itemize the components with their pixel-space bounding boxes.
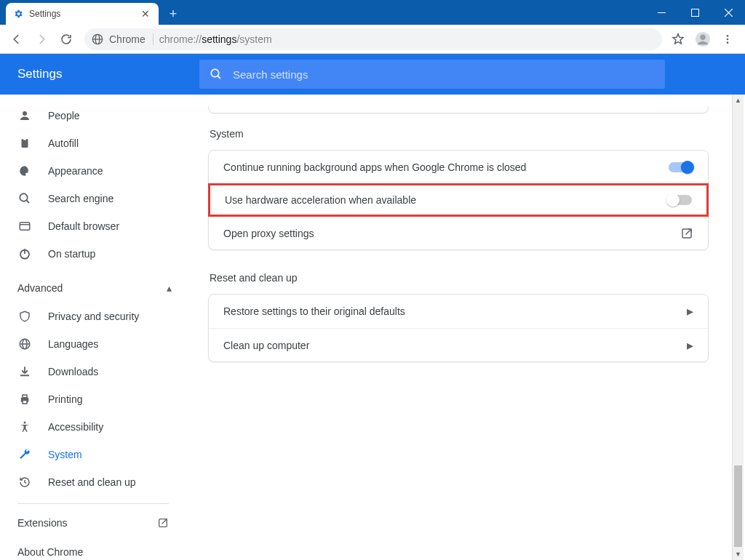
scroll-thumb[interactable] <box>734 465 742 547</box>
scroll-up-arrow[interactable]: ▲ <box>733 95 744 106</box>
extensions-label: Extensions <box>17 517 67 529</box>
profile-icon[interactable] <box>694 31 712 48</box>
settings-main: System Continue running background apps … <box>186 95 745 560</box>
window-icon <box>17 219 32 233</box>
chevron-up-icon: ▴ <box>167 282 172 294</box>
svg-rect-25 <box>23 395 27 398</box>
advanced-label: Advanced <box>17 282 63 294</box>
svg-point-8 <box>727 38 729 40</box>
accessibility-icon <box>17 420 32 434</box>
svg-rect-14 <box>23 138 27 140</box>
sidebar-item-label: Reset and clean up <box>48 476 136 488</box>
sidebar-item-reset[interactable]: Reset and clean up <box>0 468 186 496</box>
power-icon <box>17 247 32 261</box>
back-button[interactable] <box>6 28 28 50</box>
reset-card: Restore settings to their original defau… <box>208 294 709 362</box>
svg-rect-0 <box>658 12 666 13</box>
row-background-apps: Continue running background apps when Go… <box>209 151 708 184</box>
svg-point-9 <box>727 41 729 44</box>
printer-icon <box>17 392 32 407</box>
search-icon <box>210 68 223 81</box>
sidebar-item-default-browser[interactable]: Default browser <box>0 212 186 240</box>
svg-line-16 <box>26 200 29 203</box>
sidebar-item-languages[interactable]: Languages <box>0 330 186 358</box>
sidebar-item-label: Accessibility <box>48 421 103 433</box>
window-titlebar: Settings ✕ + <box>0 0 745 25</box>
minimize-button[interactable] <box>645 0 678 25</box>
svg-rect-26 <box>23 401 27 404</box>
row-restore-defaults[interactable]: Restore settings to their original defau… <box>209 295 708 328</box>
sidebar-item-label: Search engine <box>48 193 113 204</box>
window-controls <box>645 0 745 25</box>
search-input[interactable] <box>233 68 655 81</box>
svg-point-15 <box>20 193 28 201</box>
new-tab-button[interactable]: + <box>163 4 183 24</box>
about-label: About Chrome <box>17 546 83 558</box>
sidebar-item-accessibility[interactable]: Accessibility <box>0 413 186 441</box>
open-in-new-icon <box>680 227 693 240</box>
svg-rect-1 <box>691 9 698 16</box>
sidebar-item-label: People <box>48 110 80 121</box>
chevron-right-icon: ▸ <box>687 337 693 353</box>
row-proxy-settings[interactable]: Open proxy settings <box>209 216 708 249</box>
svg-rect-13 <box>22 139 28 148</box>
sidebar-item-on-startup[interactable]: On startup <box>0 240 186 268</box>
reload-button[interactable] <box>55 28 77 50</box>
sidebar-item-privacy[interactable]: Privacy and security <box>0 303 186 330</box>
sidebar-item-search-engine[interactable]: Search engine <box>0 185 186 212</box>
address-bar[interactable]: Chrome chrome://settings/system <box>84 28 662 50</box>
chevron-right-icon: ▸ <box>687 303 693 319</box>
sidebar-item-label: Privacy and security <box>48 311 139 322</box>
svg-point-7 <box>727 35 729 37</box>
menu-icon[interactable] <box>719 31 736 48</box>
tab-title: Settings <box>29 9 134 19</box>
sidebar-item-label: On startup <box>48 248 95 260</box>
palette-icon <box>17 164 32 178</box>
maximize-button[interactable] <box>678 0 712 25</box>
sidebar-item-label: Downloads <box>48 366 98 377</box>
sidebar-item-label: Autofill <box>48 137 79 149</box>
omnibox-url: chrome://settings/system <box>159 33 272 45</box>
toggle-hardware-acceleration[interactable] <box>667 195 692 205</box>
row-cleanup-computer[interactable]: Clean up computer ▸ <box>209 328 708 361</box>
settings-search[interactable] <box>199 60 665 89</box>
sidebar-item-appearance[interactable]: Appearance <box>0 157 186 185</box>
history-icon <box>17 475 32 489</box>
search-icon <box>17 191 32 206</box>
scroll-down-arrow[interactable]: ▼ <box>733 548 744 560</box>
row-label: Clean up computer <box>223 340 309 351</box>
section-title-system: System <box>210 128 709 140</box>
svg-rect-17 <box>20 223 30 231</box>
sidebar-item-printing[interactable]: Printing <box>0 385 186 413</box>
sidebar-item-people[interactable]: People <box>0 102 186 129</box>
forward-button[interactable] <box>31 28 52 50</box>
close-window-button[interactable] <box>712 0 745 25</box>
svg-point-10 <box>211 69 219 77</box>
download-icon <box>17 364 32 379</box>
sidebar-extensions[interactable]: Extensions <box>0 508 186 537</box>
browser-toolbar: Chrome chrome://settings/system <box>0 25 745 54</box>
sidebar-item-label: System <box>48 449 82 460</box>
sidebar-item-label: Default browser <box>48 220 119 232</box>
row-label: Continue running background apps when Go… <box>223 161 526 173</box>
close-icon[interactable]: ✕ <box>140 8 151 20</box>
sidebar-about[interactable]: About Chrome <box>0 537 186 560</box>
row-hardware-acceleration: Use hardware acceleration when available <box>208 183 709 217</box>
bookmark-icon[interactable] <box>669 31 687 48</box>
browser-tab[interactable]: Settings ✕ <box>6 3 159 25</box>
sidebar-item-autofill[interactable]: Autofill <box>0 129 186 157</box>
person-icon <box>17 108 32 123</box>
clipboard-icon <box>17 136 32 151</box>
svg-line-11 <box>218 76 220 79</box>
sidebar-item-label: Appearance <box>48 165 103 177</box>
sidebar-item-system[interactable]: System <box>0 441 186 468</box>
scrollbar[interactable]: ▲ ▼ <box>732 95 744 560</box>
toggle-background-apps[interactable] <box>669 162 693 172</box>
site-info-icon[interactable] <box>92 33 103 45</box>
divider <box>17 503 169 504</box>
sidebar-item-downloads[interactable]: Downloads <box>0 358 186 385</box>
sidebar-advanced-toggle[interactable]: Advanced ▴ <box>0 273 186 303</box>
open-in-new-icon <box>157 517 169 529</box>
wrench-icon <box>17 447 32 462</box>
system-card: Continue running background apps when Go… <box>208 150 709 250</box>
